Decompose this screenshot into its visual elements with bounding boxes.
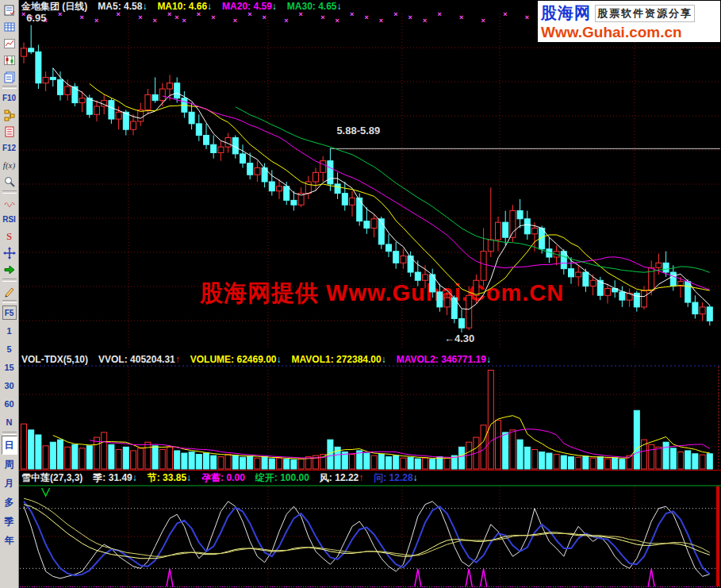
xzl-panel-header: 雪中莲(27,3,3) 季: 31.49↓ 节: 33.85↓ 孕蓄: 0.00… (21, 472, 418, 484)
vvol-readout: VVOL: 405204.31↑ (98, 354, 180, 366)
ma10-readout: MA10: 4.66↓ (157, 1, 212, 13)
notebook-icon[interactable] (2, 123, 17, 140)
svg-text:×: × (350, 10, 354, 18)
rsi-button[interactable]: RSI (2, 211, 17, 228)
svg-text:×: × (379, 17, 383, 25)
svg-text:×: × (320, 13, 324, 21)
left-toolbar: F10 F12 f(x) RSI S F5 1 5 15 30 60 N 日 周… (0, 0, 19, 588)
mavol1-readout: MAVOL1: 272384.00↓ (292, 354, 386, 366)
svg-text:×: × (503, 10, 507, 18)
svg-text:×: × (423, 17, 427, 25)
ma30-readout: MA30: 4.65↓ (287, 1, 342, 13)
svg-text:×: × (525, 13, 529, 21)
period-quarter-button[interactable]: 季 (2, 512, 17, 531)
toolbar-separator (2, 86, 17, 89)
vol-indicator-name: VOL-TDX(5,10) (21, 354, 88, 366)
interval-15min-button[interactable]: 15 (2, 358, 17, 376)
svg-text:×: × (336, 17, 339, 25)
jie-readout: 节: 33.85↓ (148, 472, 191, 484)
f5-button[interactable]: F5 (2, 306, 17, 320)
ma20-readout: MA20: 4.59↓ (222, 1, 277, 13)
svg-text:×: × (211, 13, 215, 21)
volume-readout: VOLUME: 62469.00↓ (190, 354, 282, 366)
go-arrow-icon[interactable] (2, 261, 17, 278)
interval-5min-button[interactable]: 5 (2, 340, 17, 358)
wen-readout: 问: 12.28↓ (374, 472, 417, 484)
banner-url-link[interactable]: Www.Guhai.com.cn (541, 24, 717, 42)
interval-1min-button[interactable]: 1 (2, 321, 17, 340)
pencil-icon[interactable] (2, 282, 17, 299)
kline-icon[interactable] (2, 52, 17, 68)
mavol2-readout: MAVOL2: 346771.19↓ (397, 354, 491, 366)
chart-canvas[interactable]: ××××××××××××××××××××××××××××××××××××××××… (0, 0, 721, 588)
magnifier-icon[interactable] (2, 173, 17, 190)
ma5-readout: MA5: 4.58↓ (98, 1, 147, 13)
fx-icon[interactable]: f(x) (2, 156, 17, 173)
tree-icon[interactable] (2, 106, 17, 123)
feng-readout: 风: 12.22↑ (320, 472, 363, 484)
period-multi-button[interactable]: 多 (2, 493, 17, 512)
trend-line-icon[interactable] (2, 35, 17, 52)
toolbar-separator (2, 300, 17, 303)
interval-n-button[interactable]: N (2, 413, 17, 431)
docs-icon[interactable] (2, 68, 17, 85)
s-icon[interactable]: S (2, 228, 17, 244)
xzl-indicator-name: 雪中莲(27,3,3) (21, 472, 82, 484)
banner-site-name: 股海网 (541, 2, 591, 24)
period-month-button[interactable]: 月 (2, 474, 17, 493)
ji-readout: 季: 31.49↓ (93, 472, 136, 484)
main-chart-header: 金地集团 (日线) MA5: 4.58↓ MA10: 4.66↓ MA20: 4… (21, 1, 342, 13)
svg-text:×: × (437, 10, 441, 18)
interval-30min-button[interactable]: 30 (2, 376, 17, 394)
svg-text:5.88-5.89: 5.88-5.89 (336, 125, 380, 136)
toolbar-separator (2, 432, 17, 435)
banner-tagline: 股票软件资源分享 (595, 5, 695, 22)
report-icon[interactable] (2, 2, 17, 18)
svg-text:×: × (263, 13, 267, 21)
period-year-button[interactable]: 年 (2, 531, 17, 550)
move-icon[interactable] (2, 244, 17, 261)
f12-button[interactable]: F12 (2, 140, 17, 156)
period-day-button[interactable]: 日 (2, 436, 17, 455)
period-week-button[interactable]: 周 (2, 455, 17, 474)
stock-title: 金地集团 (日线) (21, 1, 87, 13)
interval-60min-button[interactable]: 60 (2, 394, 17, 413)
wave-icon[interactable] (2, 194, 17, 211)
svg-text:×: × (94, 17, 98, 25)
svg-text:×: × (393, 10, 397, 18)
f10-button[interactable]: F10 (2, 90, 17, 106)
svg-text:×: × (174, 13, 178, 21)
toolbar-separator (2, 279, 17, 282)
svg-text:×: × (284, 17, 288, 25)
svg-text:×: × (80, 13, 84, 21)
svg-text:×: × (182, 17, 186, 25)
svg-text:×: × (459, 13, 463, 21)
svg-text:×: × (233, 17, 237, 25)
svg-text:6.95: 6.95 (26, 12, 46, 24)
svg-text:×: × (408, 13, 412, 21)
svg-text:×: × (481, 17, 485, 25)
guhai-banner: 股海网 股票软件资源分享 Www.Guhai.com.cn (538, 1, 720, 42)
zhankai-readout: 绽开: 100.00 (255, 472, 309, 484)
svg-text:×: × (364, 13, 368, 21)
grid-icon[interactable] (2, 18, 17, 35)
yunxu-readout: 孕蓄: 0.00 (201, 472, 245, 484)
volume-panel-header: VOL-TDX(5,10) VVOL: 405204.31↑ VOLUME: 6… (21, 354, 491, 366)
toolbar-separator (2, 190, 17, 194)
svg-text:×: × (138, 13, 142, 21)
svg-text:×: × (153, 17, 157, 25)
svg-text:←4.30: ←4.30 (444, 332, 474, 344)
